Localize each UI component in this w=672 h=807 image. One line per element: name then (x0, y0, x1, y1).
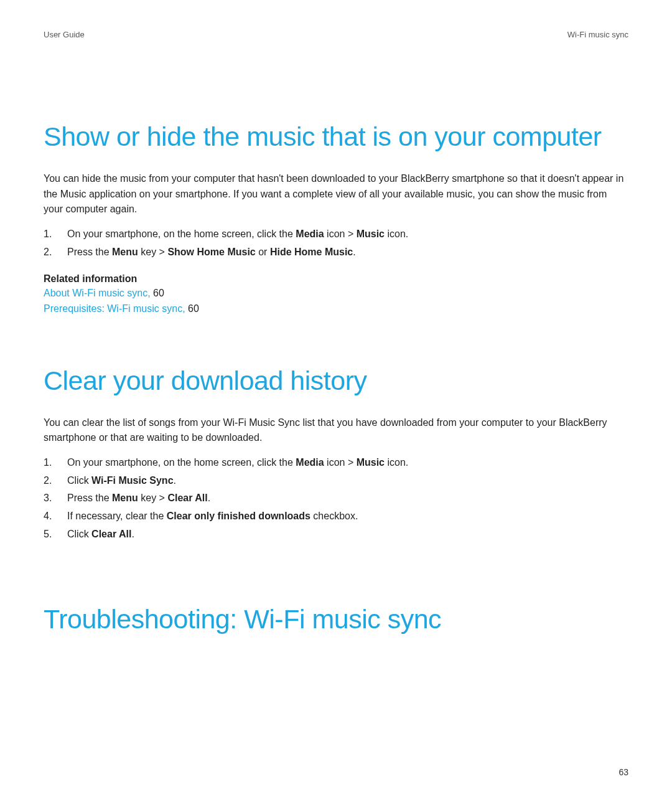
step-text: . (131, 529, 134, 539)
section2-steps: On your smartphone, on the home screen, … (44, 455, 628, 542)
page-header: User Guide Wi-Fi music sync (44, 30, 628, 39)
header-right: Wi-Fi music sync (567, 30, 628, 39)
step-text: On your smartphone, on the home screen, … (67, 229, 296, 239)
list-item: On your smartphone, on the home screen, … (44, 455, 628, 471)
step-bold: Wi-Fi Music Sync (91, 475, 173, 486)
step-bold: Media (296, 457, 324, 468)
step-text: key > (138, 247, 168, 257)
step-text: . (208, 493, 210, 503)
step-bold: Clear All (167, 493, 207, 503)
related-information: Related information About Wi-Fi music sy… (44, 273, 628, 317)
step-text: If necessary, clear the (67, 511, 167, 521)
related-heading: Related information (44, 273, 628, 285)
section2-intro: You can clear the list of songs from you… (44, 415, 628, 446)
step-text: icon. (385, 229, 408, 239)
related-link[interactable]: About Wi-Fi music sync, (44, 288, 151, 298)
step-bold: Music (357, 457, 385, 468)
section1-steps: On your smartphone, on the home screen, … (44, 226, 628, 260)
step-bold: Music (357, 229, 385, 239)
related-page: 60 (185, 303, 199, 314)
step-text: key > (138, 493, 168, 503)
step-text: icon. (385, 457, 408, 468)
related-link-row: Prerequisites: Wi-Fi music sync, 60 (44, 301, 628, 317)
step-bold: Hide Home Music (270, 247, 353, 257)
step-bold: Menu (112, 247, 138, 257)
step-bold: Menu (112, 493, 138, 503)
step-text: checkbox. (310, 511, 358, 521)
related-page: 60 (151, 288, 164, 298)
step-text: icon > (324, 457, 357, 468)
list-item: Click Clear All. (44, 526, 628, 542)
list-item: Press the Menu key > Clear All. (44, 490, 628, 506)
related-link[interactable]: Prerequisites: Wi-Fi music sync, (44, 303, 185, 314)
list-item: Press the Menu key > Show Home Music or … (44, 244, 628, 260)
related-link-row: About Wi-Fi music sync, 60 (44, 286, 628, 301)
section1-intro: You can hide the music from your compute… (44, 171, 628, 217)
step-bold: Show Home Music (167, 247, 255, 257)
step-bold: Media (296, 229, 324, 239)
step-text: Click (67, 475, 91, 486)
section-heading-troubleshooting: Troubleshooting: Wi-Fi music sync (44, 603, 628, 636)
step-text: . (353, 247, 355, 257)
step-text: Press the (67, 247, 112, 257)
step-bold: Clear only finished downloads (167, 511, 310, 521)
page-number: 63 (618, 767, 628, 777)
step-text: On your smartphone, on the home screen, … (67, 457, 296, 468)
step-text: icon > (324, 229, 357, 239)
list-item: On your smartphone, on the home screen, … (44, 226, 628, 242)
step-text: or (256, 247, 270, 257)
section-heading-clear-history: Clear your download history (44, 364, 628, 398)
step-text: Press the (67, 493, 112, 503)
list-item: If necessary, clear the Clear only finis… (44, 508, 628, 524)
section-heading-show-hide: Show or hide the music that is on your c… (44, 120, 628, 154)
header-left: User Guide (44, 30, 85, 39)
list-item: Click Wi-Fi Music Sync. (44, 473, 628, 489)
document-page: User Guide Wi-Fi music sync Show or hide… (0, 0, 672, 679)
step-bold: Clear All (91, 529, 131, 539)
step-text: Click (67, 529, 91, 539)
step-text: . (174, 475, 176, 486)
